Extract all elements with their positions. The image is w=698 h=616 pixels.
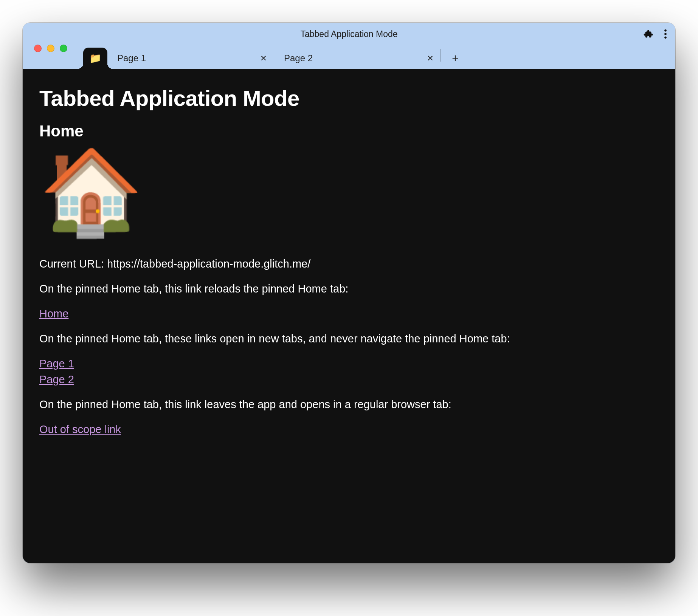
current-url-line: Current URL: https://tabbed-application-… xyxy=(39,256,659,272)
zoom-window-button[interactable] xyxy=(60,45,67,52)
new-tab-button[interactable]: + xyxy=(445,48,466,69)
tab-separator xyxy=(441,49,441,62)
close-tab-icon[interactable]: × xyxy=(424,52,437,65)
paragraph-newtabs: On the pinned Home tab, these links open… xyxy=(39,331,659,347)
titlebar: Tabbed Application Mode xyxy=(23,23,675,45)
pinned-home-tab[interactable]: 📁 xyxy=(83,48,107,69)
tab-page-1[interactable]: Page 1 × xyxy=(107,48,274,69)
page-title: Tabbed Application Mode xyxy=(39,85,659,111)
paragraph-reload: On the pinned Home tab, this link reload… xyxy=(39,281,659,297)
overflow-menu-icon[interactable] xyxy=(664,29,667,39)
current-url-value: https://tabbed-application-mode.glitch.m… xyxy=(107,258,310,270)
app-window: Tabbed Application Mode xyxy=(23,23,675,563)
window-title: Tabbed Application Mode xyxy=(300,29,397,39)
minimize-window-button[interactable] xyxy=(47,45,54,52)
pinned-tab-icon: 📁 xyxy=(89,53,101,63)
svg-point-2 xyxy=(664,37,667,39)
tab-page-2[interactable]: Page 2 × xyxy=(274,48,441,69)
home-link[interactable]: Home xyxy=(39,308,68,320)
extensions-icon[interactable] xyxy=(643,29,653,39)
house-icon: 🏠 xyxy=(39,150,659,233)
tab-strip: 📁 Page 1 × Page 2 × + xyxy=(23,45,675,69)
page-2-link[interactable]: Page 2 xyxy=(39,373,74,385)
tab-label: Page 1 xyxy=(117,53,257,63)
svg-point-1 xyxy=(664,33,667,35)
paragraph-outofscope: On the pinned Home tab, this link leaves… xyxy=(39,396,659,412)
tab-label: Page 2 xyxy=(284,53,424,63)
page-subtitle: Home xyxy=(39,122,659,140)
close-window-button[interactable] xyxy=(34,45,42,52)
svg-point-0 xyxy=(664,29,667,32)
current-url-label: Current URL: xyxy=(39,258,107,270)
page-1-link[interactable]: Page 1 xyxy=(39,358,74,370)
out-of-scope-link[interactable]: Out of scope link xyxy=(39,423,121,435)
page-content: Tabbed Application Mode Home 🏠 Current U… xyxy=(23,69,675,563)
window-controls xyxy=(34,45,67,52)
close-tab-icon[interactable]: × xyxy=(257,52,270,65)
